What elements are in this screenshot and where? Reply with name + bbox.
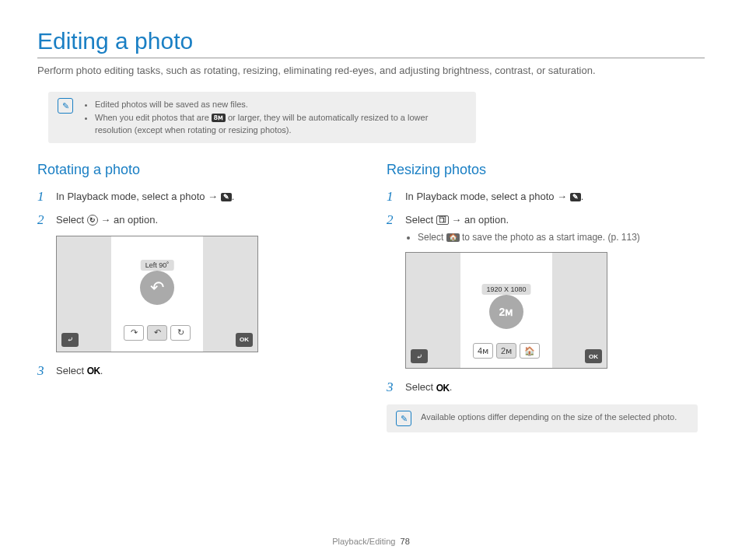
page-title: Editing a photo <box>37 28 705 54</box>
ok-text-icon: OK <box>87 366 100 376</box>
step-2-text: Select ⿹ → an option. Select 🏠 to save t… <box>405 212 705 245</box>
rotate-screenshot: Left 90˚ ↷ ↶ ↻ OK <box>56 236 258 352</box>
start-image-button[interactable]: 🏠 <box>520 343 540 359</box>
step-number: 2 <box>37 212 48 228</box>
note-item-1: Edited photos will be saved as new files… <box>95 98 467 111</box>
step-2-bullet: Select 🏠 to save the photo as a start im… <box>418 230 705 244</box>
note-box-bottom: Available options differ depending on th… <box>387 404 698 432</box>
rotate-left-button[interactable]: ↶ <box>147 325 167 341</box>
title-rule <box>37 58 705 58</box>
step-number: 2 <box>387 212 397 228</box>
step-3-text: Select OK. <box>56 363 355 379</box>
resize-screenshot: 1920 X 1080 4ᴍ 2ᴍ 🏠 OK <box>405 252 607 369</box>
size-4m-button[interactable]: 4ᴍ <box>473 343 493 359</box>
note-bottom-text: Available options differ depending on th… <box>421 411 677 422</box>
step-1-text: In Playback mode, select a photo → ✎. <box>56 189 355 205</box>
rotating-section: Rotating a photo 1 In Playback mode, sel… <box>37 162 355 433</box>
ok-button[interactable]: OK <box>236 333 253 347</box>
rotate-icon: ↻ <box>87 215 98 226</box>
resize-icon: ⿹ <box>436 215 449 225</box>
note-icon <box>396 411 411 426</box>
ok-button[interactable]: OK <box>585 349 602 363</box>
intro-text: Perform photo editing tasks, such as rot… <box>37 65 705 76</box>
edit-mode-icon: ✎ <box>221 193 232 201</box>
step-3-text: Select OK. <box>405 380 705 395</box>
rotate-right-button[interactable]: ↷ <box>124 325 144 341</box>
rotate-180-button[interactable]: ↻ <box>170 325 191 341</box>
page-footer: Playback/Editing 78 <box>0 537 742 546</box>
resizing-section: Resizing photos 1 In Playback mode, sele… <box>387 162 705 433</box>
resizing-heading: Resizing photos <box>387 162 705 178</box>
note-item-2: When you edit photos that are 8ᴍ or larg… <box>95 111 467 137</box>
ok-text-icon: OK <box>436 383 450 393</box>
step-number: 1 <box>37 189 48 205</box>
rotate-preview-circle <box>140 271 174 305</box>
step-number: 3 <box>387 380 397 395</box>
start-image-icon: 🏠 <box>446 233 460 242</box>
size-8m-icon: 8ᴍ <box>212 114 226 122</box>
step-2-text: Select ↻ → an option. <box>56 212 355 228</box>
resize-option-label: 1920 X 1080 <box>481 284 530 295</box>
step-1-text: In Playback mode, select a photo → ✎. <box>405 189 705 205</box>
edit-mode-icon: ✎ <box>570 193 581 201</box>
size-2m-button[interactable]: 2ᴍ <box>496 343 516 359</box>
step-number: 3 <box>37 363 48 379</box>
note-icon <box>58 98 73 114</box>
back-button[interactable] <box>61 333 79 347</box>
note-box-top: Edited photos will be saved as new files… <box>48 92 476 143</box>
rotate-option-label: Left 90˚ <box>141 260 174 271</box>
back-button[interactable] <box>411 349 428 363</box>
rotate-button-row: ↷ ↶ ↻ <box>124 325 191 341</box>
rotating-heading: Rotating a photo <box>37 162 355 178</box>
resize-preview-circle <box>489 295 523 329</box>
step-number: 1 <box>387 189 397 205</box>
resize-button-row: 4ᴍ 2ᴍ 🏠 <box>473 343 540 359</box>
